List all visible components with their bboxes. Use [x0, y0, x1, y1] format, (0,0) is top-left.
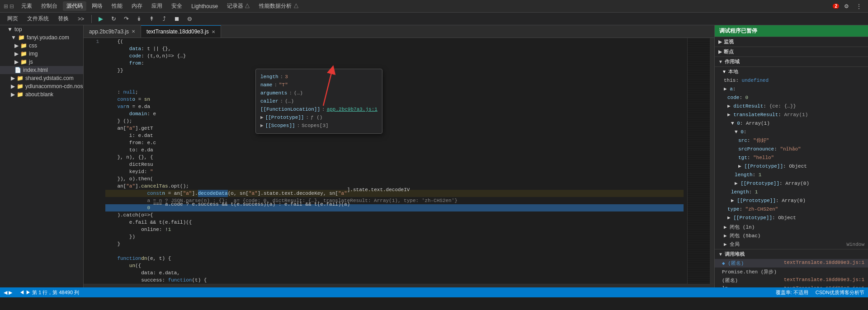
tooltip-val-name: "T" [279, 81, 288, 89]
tooltip-val-caller[interactable]: (…) [285, 97, 294, 105]
var-closure-5bac[interactable]: ▶ 闭包 (5bac) [715, 232, 868, 240]
var-tr-0[interactable]: ▼ 0: Array(1) [715, 119, 868, 128]
tooltip-expand-scopes[interactable]: ▶ [260, 122, 264, 130]
menu-console[interactable]: 控制台 [38, 1, 61, 11]
status-bar: ◀ ▶ ◀ ▶ 第 1 行，第 48490 列 覆盖率: 不适用 CSDN优质博… [0, 287, 868, 297]
settings-icon[interactable]: ⚙ [841, 1, 852, 12]
var-prototype-a[interactable]: ▶ [[Prototype]]: Object [715, 214, 868, 222]
tooltip-row-scopes: ▶ [[Scopes]] : Scopes[3] [260, 122, 377, 130]
tab-texttranslate[interactable]: textTranslate.18dd09e3.js ✕ [141, 25, 221, 38]
tree-label-top: top [14, 26, 22, 33]
code-line: from: e.c [105, 139, 684, 146]
code-line: }} [105, 67, 684, 74]
tooltip-val-length: 3 [285, 73, 288, 81]
more-icon[interactable]: ⋮ [854, 1, 864, 12]
var-src: src: "你好" [715, 136, 868, 145]
devtools-icon: ⊞ ⊟ [4, 3, 14, 9]
var-tr-0-0[interactable]: ▼ 0: [715, 128, 868, 136]
code-line: function dn(e, t) { [105, 255, 684, 262]
var-length2: length: 1 [715, 188, 868, 197]
var-prototype-arr0[interactable]: ▶ [[Prototype]]: Array(0) [715, 179, 868, 188]
callstack-item-promise[interactable]: Promise.then (异步) [715, 268, 868, 276]
tree-ydluna[interactable]: ▶ 📁 ydlunacommon-cdn.nosdn.127.n [0, 82, 83, 90]
menu-network[interactable]: 网络 [88, 1, 106, 11]
var-prototype-arr02[interactable]: ▶ [[Prototype]]: Array(0) [715, 197, 868, 205]
tooltip-val-arguments[interactable]: (…) [294, 89, 303, 97]
tree-shared[interactable]: ▶ 📁 shared.ydstatic.com [0, 74, 83, 82]
chevron-js-icon: ▶ [14, 59, 19, 65]
debug-stepout[interactable]: ↟ [146, 14, 157, 24]
var-code: code: 0 [715, 94, 868, 102]
debug-play[interactable]: ▶ [95, 14, 106, 24]
tree-top[interactable]: ▼ top [0, 25, 83, 33]
menu-lighthouse[interactable]: Lighthouse [188, 2, 222, 10]
menu-memory[interactable]: 内存 [128, 1, 146, 11]
vertical-scrollbar[interactable] [710, 38, 714, 284]
section-local[interactable]: ▼ 本地 [715, 66, 868, 76]
section-breakpoints[interactable]: ▶ 断点 [715, 47, 868, 56]
sec-filesystem[interactable]: 文件系统 [24, 14, 52, 23]
callstack-item-ln[interactable]: ln textTranslate.18dd09e3.js:1 [715, 285, 868, 287]
var-translateresult[interactable]: ▶ translateResult: Array(1) [715, 111, 868, 119]
tree-img[interactable]: ▶ 📁 img [0, 50, 83, 58]
tab-app[interactable]: app.2bc9b7a3.js ✕ [84, 25, 141, 38]
tree-js[interactable]: ▶ 📁 js [0, 58, 83, 66]
tooltip-val-funcloc[interactable]: app.2bc9b7a3.js:1 [327, 105, 377, 113]
sec-replace[interactable]: 替换 [54, 14, 72, 23]
debug-reload[interactable]: ↻ [108, 14, 119, 24]
debug-stop[interactable]: ⏹ [171, 14, 182, 24]
var-a[interactable]: ▶ a: [715, 85, 868, 94]
tree-label-index: index.html [23, 67, 48, 73]
tree-about[interactable]: ▶ 📁 about:blank [0, 90, 83, 99]
section-scope[interactable]: ▼ 作用域 [715, 56, 868, 66]
tab-app-close[interactable]: ✕ [132, 29, 135, 34]
section-watch[interactable]: ▶ 监视 [715, 37, 868, 47]
code-line: const o = sn [105, 96, 684, 103]
var-prototype-obj[interactable]: ▶ [[Prototype]]: Object [715, 162, 868, 171]
tooltip-key-scopes: [[Scopes]] [265, 122, 295, 130]
horizontal-scrollbar[interactable] [84, 284, 714, 287]
tooltip-row-length: length : 3 [260, 73, 377, 81]
tooltip-key-name: name [260, 81, 272, 89]
chevron-callstack-icon: ▼ [718, 252, 723, 257]
menu-element[interactable]: 元素 [18, 1, 36, 11]
tab-app-label: app.2bc9b7a3.js [89, 28, 129, 35]
menu-right-area: 2 ⚙ ⋮ [833, 1, 864, 12]
menu-security[interactable]: 安全 [168, 1, 186, 11]
code-line: data: e.data, [105, 269, 684, 277]
tree-index[interactable]: 📄 index.html [0, 66, 83, 74]
main-layout: ▼ top ▼ 📁 fanyi.youdao.com ▶ 📁 css ▶ 📁 i… [0, 25, 868, 287]
callstack-item-1[interactable]: (匿名) textTranslate.18dd09e3.js:1 [715, 276, 868, 285]
menu-recorder[interactable]: 记录器 △ [223, 1, 254, 11]
tree-css[interactable]: ▶ 📁 css [0, 42, 83, 50]
tooltip-expand-proto[interactable]: ▶ [260, 113, 264, 122]
callstack-item-0[interactable]: ◆ (匿名) textTranslate.18dd09e3.js:1 [715, 259, 868, 268]
code-lines[interactable]: {( data: t || {}, code: (t,o,n)=> {…} fr… [102, 38, 687, 284]
sec-webpage[interactable]: 网页 [4, 14, 22, 23]
section-callstack[interactable]: ▼ 调用堆栈 [715, 249, 868, 259]
folder-icon-js: 📁 [20, 59, 27, 65]
tree-fanyi[interactable]: ▼ 📁 fanyi.youdao.com [0, 33, 83, 42]
callstack-file-1: textTranslate.18dd09e3.js:1 [784, 277, 864, 284]
debug-stepinto[interactable]: ↡ [133, 14, 144, 24]
code-line: }) [105, 233, 684, 240]
tree-label-fanyi: fanyi.youdao.com [27, 34, 69, 41]
tab-texttranslate-close[interactable]: ✕ [212, 29, 215, 34]
var-global[interactable]: ▶ 全局 Window [715, 240, 868, 249]
debug-stepback[interactable]: ⤴ [159, 14, 170, 24]
menu-perfdata[interactable]: 性能数据分析 △ [255, 1, 302, 11]
menu-app[interactable]: 应用 [148, 1, 166, 11]
var-dictresult[interactable]: ▶ dictResult: {ce: {…}} [715, 102, 868, 111]
tooltip-key-length: length [260, 73, 278, 81]
menu-perf[interactable]: 性能 [108, 1, 126, 11]
tooltip-row-name: name : "T" [260, 81, 377, 89]
chevron-local-icon: ▼ [722, 69, 726, 74]
callstack-label-promise: Promise.then (异步) [722, 268, 777, 275]
sec-more[interactable]: >> [74, 15, 88, 23]
var-closure-ln[interactable]: ▶ 闭包 (ln) [715, 223, 868, 232]
debug-disable[interactable]: ⊖ [184, 14, 195, 24]
code-line: keyid: " [105, 168, 684, 175]
menu-source[interactable]: 源代码 [63, 1, 86, 11]
debug-stepover[interactable]: ↷ [121, 14, 132, 24]
debug-status-header: 调试程序已暂停 [715, 25, 868, 37]
